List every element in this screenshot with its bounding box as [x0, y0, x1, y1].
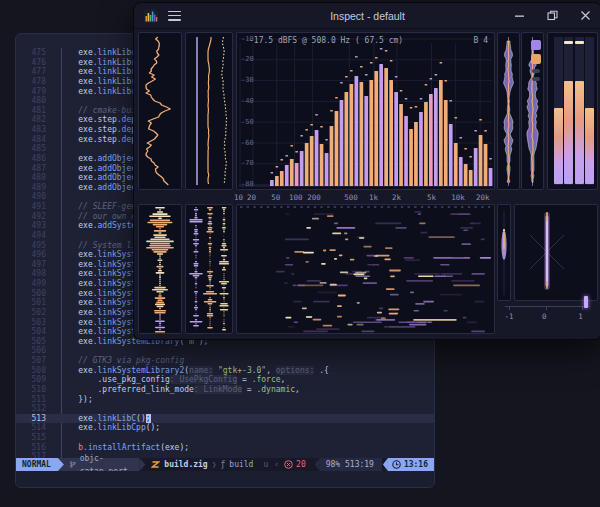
db-tick-label: -30 — [241, 77, 254, 84]
correlation-meter: -101 — [497, 204, 598, 334]
crumb-separator: ❯ — [212, 458, 217, 471]
inspect-window: Inspect - default -10-20-30-40-50-60-70-… — [133, 2, 600, 340]
indicator-dash — [532, 69, 540, 73]
app-icon — [144, 9, 158, 23]
titlebar[interactable]: Inspect - default — [134, 3, 600, 29]
code-line: 512 — [16, 404, 434, 414]
meter-peak-cap — [575, 41, 584, 44]
correlation-tick-label: 1 — [578, 312, 583, 321]
readout-text: -17.5 dBFS @ 508.0 Hz ( 67.5 cm) — [249, 36, 403, 45]
readout-note: B 4 — [474, 36, 488, 45]
desktop: { "inspect_window": { "title": "Inspect … — [0, 0, 600, 507]
meter-bar — [554, 108, 563, 184]
correlation-indicator — [584, 296, 588, 308]
db-tick-label: -40 — [241, 98, 254, 105]
meter-bar — [575, 81, 584, 184]
freq-tick-label: 20 — [247, 193, 256, 202]
error-icon — [284, 460, 293, 469]
symbol-name: build — [229, 458, 253, 471]
diagnostics-errors[interactable]: 20 — [281, 458, 314, 471]
db-tick-label: -70 — [241, 160, 254, 167]
peak-indicator-square — [531, 40, 541, 50]
clock: 13:16 — [388, 458, 434, 471]
command-line[interactable] — [16, 471, 434, 487]
meter-bar — [564, 81, 573, 184]
freq-tick-label: 50 — [271, 193, 280, 202]
waveform-panel — [138, 204, 182, 334]
correlation-tick — [546, 306, 547, 310]
file-breadcrumb[interactable]: build.zig ❯ ƒ build — [139, 458, 259, 471]
code-line: 509 .use_pkg_config: UsePkgConfig = .for… — [16, 375, 434, 385]
code-line: 514 exe.linkLibCpp(); — [16, 423, 434, 433]
freq-tick-label: 10 — [234, 193, 243, 202]
level-blob-right-panel — [521, 32, 544, 190]
statusline: NORMAL objc-catap-port build.zig ❯ ƒ bui… — [16, 458, 434, 471]
db-tick-label: -50 — [241, 119, 254, 126]
restore-button[interactable] — [547, 10, 558, 21]
git-branch-icon — [70, 460, 76, 469]
stereo-section: -101 — [497, 204, 598, 334]
freq-tick-label: 2k — [392, 193, 401, 202]
minimize-button[interactable] — [514, 10, 525, 21]
correlation-tick-label: -1 — [505, 312, 514, 321]
zig-file-icon — [151, 460, 160, 469]
clock-icon — [392, 460, 401, 469]
freq-tick-label: 100 — [289, 193, 303, 202]
channel-waveforms-panel — [185, 204, 233, 334]
code-line: 515 — [16, 433, 434, 443]
spectrum-analyzer-panel: -10-20-30-40-50-60-70-80 -17.5 dBFS @ 50… — [236, 32, 495, 190]
frequency-axis: 1020501002005001k2k5k10k20k — [236, 191, 495, 204]
trend-lines-panel — [185, 32, 233, 190]
meter-bar — [585, 108, 594, 184]
level-blob-left-panel — [497, 32, 520, 190]
meter-peak-cap — [564, 41, 573, 44]
code-line: 510 .preferred_link_mode: LinkMode = .dy… — [16, 385, 434, 395]
window-controls — [514, 10, 591, 21]
spectrum-readout: -17.5 dBFS @ 508.0 Hz ( 67.5 cm) B 4 — [249, 36, 488, 45]
error-count: 20 — [296, 458, 306, 471]
close-button[interactable] — [580, 10, 591, 21]
code-line: 507 // GTK3 via pkg-config — [16, 356, 434, 366]
cursor-position: 98% 513:19 — [320, 458, 382, 471]
statusline-right: u ‹ 20 98% 513:19 13:16 — [259, 458, 434, 471]
freq-tick-label: 20k — [476, 193, 490, 202]
indicator-dash — [532, 77, 540, 81]
spectrogram-panel — [236, 204, 495, 334]
mode-indicator: NORMAL — [16, 458, 58, 471]
menu-button[interactable] — [168, 11, 181, 21]
code-line: 513 exe.linkLibC(); — [16, 414, 434, 424]
db-tick-label: -60 — [241, 140, 254, 147]
freq-tick-label: 500 — [344, 193, 358, 202]
code-line: 506 — [16, 346, 434, 356]
file-name: build.zig — [164, 458, 207, 471]
freq-tick-label: 5k — [427, 193, 436, 202]
db-tick-label: -80 — [241, 181, 254, 188]
separator-chevron: ‹ — [272, 458, 281, 471]
correlation-tick-label: 0 — [542, 312, 547, 321]
correlation-tick — [509, 306, 510, 310]
peak-indicator-square — [531, 54, 541, 64]
correlation-axis — [505, 306, 590, 307]
loudness-history-panel — [138, 32, 182, 190]
db-tick-label: -20 — [241, 56, 254, 63]
level-meter-panel — [547, 32, 598, 190]
function-icon: ƒ — [221, 458, 226, 471]
freq-tick-label: 10k — [451, 193, 465, 202]
code-line: 508 exe.linkSystemLibrary2(name: "gtk+-3… — [16, 366, 434, 376]
freq-tick-label: 200 — [307, 193, 321, 202]
git-branch[interactable]: objc-catap-port — [58, 458, 139, 471]
freq-tick-label: 1k — [369, 193, 378, 202]
code-line: 511 }); — [16, 395, 434, 405]
encoding-indicator: u — [259, 458, 272, 471]
